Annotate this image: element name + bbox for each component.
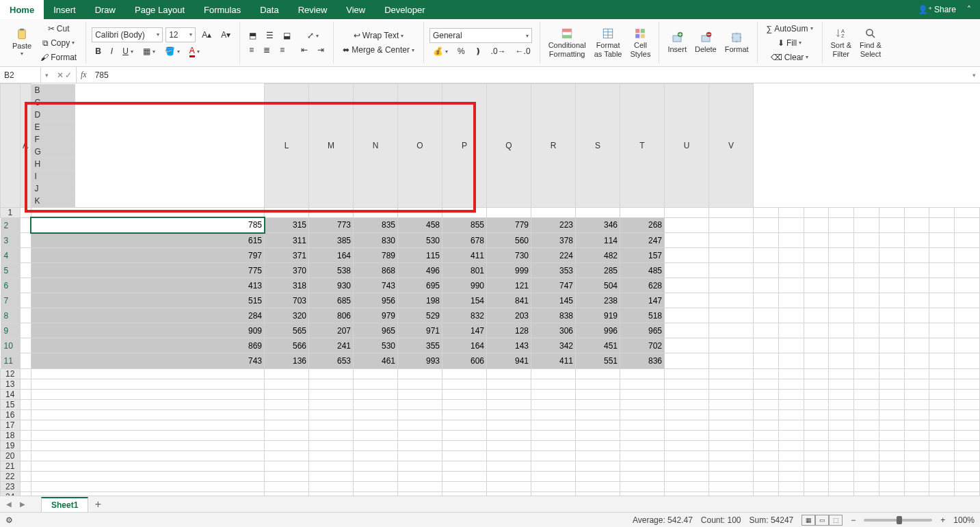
cell[interactable] [754,217,779,233]
row-header[interactable]: 18 [1,430,21,440]
cell[interactable] [879,440,904,450]
cell[interactable] [620,207,665,217]
cell[interactable] [398,420,442,430]
cell[interactable] [904,409,929,420]
cell[interactable] [442,207,487,217]
cell[interactable] [309,368,354,379]
cell[interactable] [709,430,754,440]
cell[interactable] [354,471,398,481]
column-header[interactable]: N [354,84,398,208]
cell[interactable] [665,338,709,353]
cell[interactable] [620,368,665,379]
cell[interactable]: 485 [620,263,665,278]
cell[interactable] [804,420,829,430]
cell[interactable] [778,450,804,461]
cell[interactable]: 355 [398,338,442,353]
cell[interactable] [754,248,779,263]
cell[interactable] [709,293,754,308]
expand-formula-bar-button[interactable]: ▾ [968,72,980,79]
cell[interactable] [531,491,576,496]
cell[interactable] [955,368,980,379]
cell[interactable] [487,389,531,399]
cell[interactable] [829,308,854,323]
cell[interactable]: 678 [442,233,487,248]
cell[interactable] [665,368,709,379]
cell[interactable] [576,207,620,217]
cell[interactable] [265,420,309,430]
cell[interactable] [665,353,709,369]
cell[interactable] [778,481,804,491]
cell[interactable] [354,491,398,496]
cell[interactable]: 198 [398,293,442,308]
cell[interactable] [442,430,487,440]
cell[interactable] [531,440,576,450]
cell[interactable] [929,450,955,461]
ribbon-collapse-button[interactable]: ˄ [964,3,975,16]
cell[interactable] [265,481,309,491]
cell[interactable]: 830 [354,233,398,248]
cell[interactable] [955,471,980,481]
cell[interactable] [709,420,754,430]
cell[interactable] [265,379,309,389]
column-header[interactable]: S [576,84,620,208]
cell[interactable] [854,450,879,461]
cell[interactable] [31,430,265,440]
cell[interactable]: 413 [31,278,265,293]
cell[interactable] [398,399,442,409]
cell[interactable] [929,491,955,496]
cell[interactable] [20,389,31,399]
cell[interactable] [904,440,929,450]
cell[interactable] [904,481,929,491]
cell[interactable] [442,368,487,379]
column-header[interactable]: P [442,84,487,208]
cell[interactable] [804,481,829,491]
cell[interactable] [904,450,929,461]
cell[interactable] [854,471,879,481]
cell[interactable]: 996 [576,323,620,338]
cell[interactable] [620,471,665,481]
cell[interactable] [929,293,955,308]
cell[interactable]: 695 [398,278,442,293]
cell[interactable] [31,491,265,496]
cell[interactable]: 223 [531,217,576,233]
cell[interactable] [778,233,804,248]
cell[interactable] [879,217,904,233]
cell[interactable]: 114 [576,233,620,248]
cell[interactable] [487,440,531,450]
cell[interactable]: 971 [398,323,442,338]
cell[interactable] [955,293,980,308]
cell[interactable] [31,481,265,491]
cell[interactable] [309,207,354,217]
format-as-table-button[interactable]: Format as Table [592,26,625,59]
cell[interactable]: 565 [265,323,309,338]
cell[interactable] [854,217,879,233]
decrease-decimal-button[interactable]: ←.0 [512,45,534,57]
cell[interactable] [354,389,398,399]
sheet-tab[interactable]: Sheet1 [41,497,88,512]
cell[interactable] [665,293,709,308]
cell[interactable]: 841 [487,293,531,308]
cell[interactable] [804,233,829,248]
cell[interactable] [709,450,754,461]
cell[interactable] [829,440,854,450]
cell[interactable] [754,420,779,430]
cell[interactable]: 801 [442,263,487,278]
cell[interactable] [804,278,829,293]
cell[interactable] [904,323,929,338]
cell[interactable] [354,368,398,379]
cell[interactable]: 147 [620,293,665,308]
cell[interactable]: 504 [576,278,620,293]
cell[interactable] [20,323,31,338]
cell[interactable] [442,471,487,481]
cell[interactable] [904,491,929,496]
cell[interactable] [354,379,398,389]
cell[interactable] [904,389,929,399]
cell[interactable] [829,217,854,233]
cell[interactable] [778,248,804,263]
cell[interactable] [854,399,879,409]
number-format-select[interactable]: General▾ [429,28,532,43]
cell[interactable]: 207 [309,323,354,338]
cell[interactable] [879,461,904,471]
cell[interactable] [20,379,31,389]
cell[interactable] [665,217,709,233]
